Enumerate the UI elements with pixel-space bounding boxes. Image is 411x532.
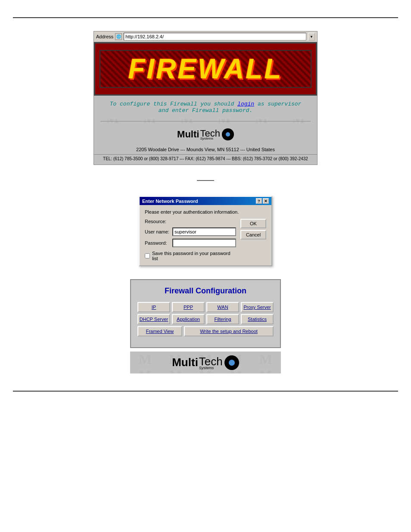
dialog-controls: ? ✕ [256,198,269,204]
dialog-title: Enter Network Password [142,199,198,204]
config-panel-title: Firewall Configuration [137,286,274,296]
ppp-button[interactable]: PPP [172,302,205,312]
help-button[interactable]: ? [256,198,262,204]
config-message-text1: To configure this Firewall you should [110,101,234,107]
firewall-title: FIREWALL [105,55,306,83]
address-label: Address [96,34,113,39]
username-input[interactable] [172,227,236,236]
password-label: Password: [145,240,172,246]
config-panel-multitech-logo: Multi Tech Systems [172,355,239,370]
browser-icon: 🌐 [115,33,122,40]
dialog-right-buttons: OK Cancel [240,219,266,240]
bottom-rule [13,391,398,392]
config-panel-wrapper: Firewall Configuration IP PPP WAN Proxy … [130,279,281,373]
content-divider [100,121,311,121]
ok-button[interactable]: OK [240,219,266,228]
logo-systems: Systems [200,137,213,140]
cancel-button[interactable]: Cancel [240,230,266,240]
filtering-button[interactable]: Filtering [206,314,239,324]
page-content: Address 🌐 ▼ M M M M M M M M M M M M M [0,18,411,386]
login-link[interactable]: login [237,101,254,107]
config-logo-systems: Systems [199,366,214,370]
config-panel: Firewall Configuration IP PPP WAN Proxy … [130,279,281,348]
config-footer-row: Framed View Write the setup and Reboot [137,326,274,336]
multitech-logo: Multi Tech Systems [177,128,234,140]
statistics-button[interactable]: Statistics [241,314,274,324]
ip-button[interactable]: IP [137,302,170,312]
browser-content-area: M M M M M M M M M M M M M M M M M M M M [94,42,317,165]
company-phone: TEL: (612) 785-3500 or (800) 328-9717 --… [94,154,317,165]
config-message-text3: and enter Firewall password. [159,107,252,114]
application-button[interactable]: Application [172,314,205,324]
password-row: Password: [145,239,236,247]
save-password-label: Save this password in your password list [152,251,236,261]
password-input[interactable] [172,239,236,247]
address-bar: Address 🌐 ▼ [94,31,317,42]
dialog-form: Resource: User name: Password: Save this… [145,219,236,261]
wan-button[interactable]: WAN [206,302,239,312]
multitech-logo-area: Multi Tech Systems [94,124,317,145]
dialog-instruction: Please enter your authentication informa… [145,209,266,215]
close-button[interactable]: ✕ [263,198,269,204]
proxy-server-button[interactable]: Proxy Server [241,302,274,312]
resource-label: Resource: [145,219,236,224]
save-password-checkbox[interactable] [145,253,150,258]
config-message: To configure this Firewall you should lo… [94,96,317,119]
config-logo-circle [224,355,239,370]
dialog-body: Please enter your authentication informa… [140,205,271,265]
dialog-titlebar: Enter Network Password ? ✕ [140,197,271,205]
firewall-banner-inner: FIREWALL [100,50,311,88]
config-buttons-row1: IP PPP WAN Proxy Server [137,302,274,312]
save-password-row: Save this password in your password list [145,251,236,261]
address-input[interactable] [124,33,306,40]
password-dialog: Enter Network Password ? ✕ Please enter … [139,196,272,266]
username-row: User name: [145,227,236,236]
dhcp-server-button[interactable]: DHCP Server [137,314,170,324]
write-setup-button[interactable]: Write the setup and Reboot [184,326,274,336]
logo-text-bold: Multi [177,129,199,140]
config-logo-inner-circle [228,359,236,367]
browser-screenshot: Address 🌐 ▼ M M M M M M M M M M M M M [93,31,318,165]
logo-inner-circle [225,131,231,137]
config-message-text2: as supervisor [258,101,301,107]
firewall-banner: FIREWALL [94,42,317,96]
config-buttons-row2: DHCP Server Application Filtering Statis… [137,314,274,324]
section-divider [197,180,214,181]
config-panel-logo: M M M M M M M M M M Multi Tech Systems [130,352,281,373]
framed-view-button[interactable]: Framed View [137,326,182,336]
logo-circle [222,128,234,140]
dropdown-arrow[interactable]: ▼ [308,33,315,40]
username-label: User name: [145,229,172,234]
config-logo-bold: Multi [172,356,198,369]
company-address: 2205 Woodale Drive --- Mounds View, MN 5… [94,145,317,154]
